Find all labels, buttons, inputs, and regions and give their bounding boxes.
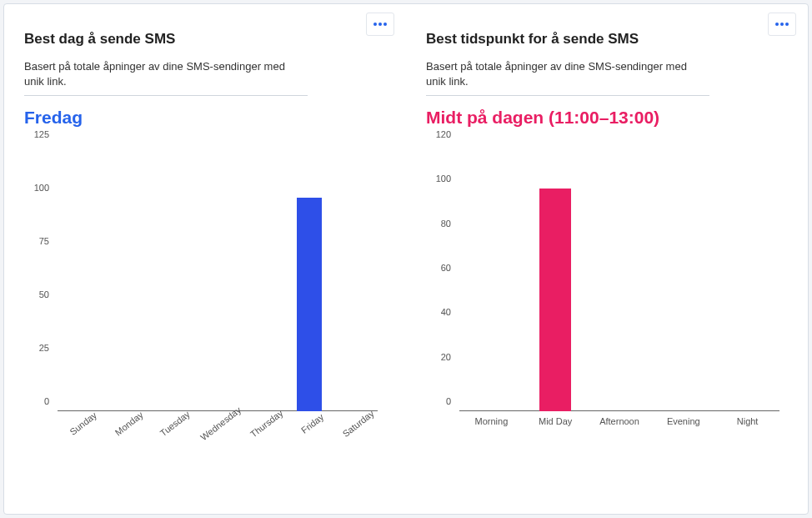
best-time-card: Best tidspunkt for å sende SMS Basert på… xyxy=(406,4,808,514)
y-tick-label: 100 xyxy=(426,174,451,184)
best-day-chart: 0255075100125SundayMondayTuesdayWednesda… xyxy=(24,144,386,461)
more-options-button[interactable] xyxy=(366,13,394,36)
x-axis: MorningMid DayAfternoonEveningNight xyxy=(459,411,779,461)
y-tick-label: 20 xyxy=(426,352,451,362)
svg-point-1 xyxy=(378,23,382,26)
x-tick-label: Morning xyxy=(475,416,509,426)
x-tick-label: Mid Day xyxy=(539,416,572,426)
y-tick-label: 80 xyxy=(426,219,451,229)
best-time-highlight: Midt på dagen (11:00–13:00) xyxy=(426,108,788,128)
y-tick-label: 120 xyxy=(426,129,451,139)
y-tick-label: 40 xyxy=(426,307,451,317)
y-tick-label: 0 xyxy=(426,396,451,406)
dashboard-container: Best dag å sende SMS Basert på totale åp… xyxy=(3,3,809,515)
best-day-highlight: Fredag xyxy=(24,108,386,128)
plot-area xyxy=(459,144,779,411)
card-title: Best tidspunkt for å sende SMS xyxy=(426,31,788,48)
bar xyxy=(539,189,571,411)
y-tick-label: 75 xyxy=(24,236,49,246)
y-tick-label: 125 xyxy=(24,129,49,139)
y-tick-label: 50 xyxy=(24,289,49,299)
x-tick-label: Friday xyxy=(299,412,325,435)
x-tick-label: Night xyxy=(737,416,759,426)
plot-area xyxy=(58,144,378,411)
svg-point-4 xyxy=(780,23,784,26)
svg-point-0 xyxy=(373,23,377,26)
y-tick-label: 100 xyxy=(24,183,49,193)
ellipsis-icon xyxy=(373,23,387,26)
y-tick-label: 25 xyxy=(24,343,49,353)
x-tick-label: Tuesday xyxy=(158,409,192,438)
more-options-button[interactable] xyxy=(768,13,796,36)
ellipsis-icon xyxy=(775,23,789,26)
x-tick-label: Evening xyxy=(667,416,700,426)
x-axis: SundayMondayTuesdayWednesdayThursdayFrid… xyxy=(58,411,378,461)
bar xyxy=(297,198,322,411)
y-axis: 0255075100125 xyxy=(24,144,54,411)
x-tick-label: Afternoon xyxy=(599,416,639,426)
y-axis: 020406080100120 xyxy=(426,144,456,411)
x-tick-label: Saturday xyxy=(340,409,375,440)
best-day-card: Best dag å sende SMS Basert på totale åp… xyxy=(4,4,406,514)
y-tick-label: 0 xyxy=(24,396,49,406)
x-tick-label: Monday xyxy=(113,410,145,438)
card-subtitle: Basert på totale åpninger av dine SMS-se… xyxy=(426,59,709,96)
card-title: Best dag å sende SMS xyxy=(24,31,386,48)
card-subtitle: Basert på totale åpninger av dine SMS-se… xyxy=(24,59,308,96)
x-tick-label: Sunday xyxy=(68,410,99,437)
y-tick-label: 60 xyxy=(426,263,451,273)
x-tick-label: Thursday xyxy=(248,408,285,440)
svg-point-2 xyxy=(383,23,387,26)
svg-point-3 xyxy=(775,23,779,26)
svg-point-5 xyxy=(785,23,789,26)
best-time-chart: 020406080100120MorningMid DayAfternoonEv… xyxy=(426,144,788,461)
